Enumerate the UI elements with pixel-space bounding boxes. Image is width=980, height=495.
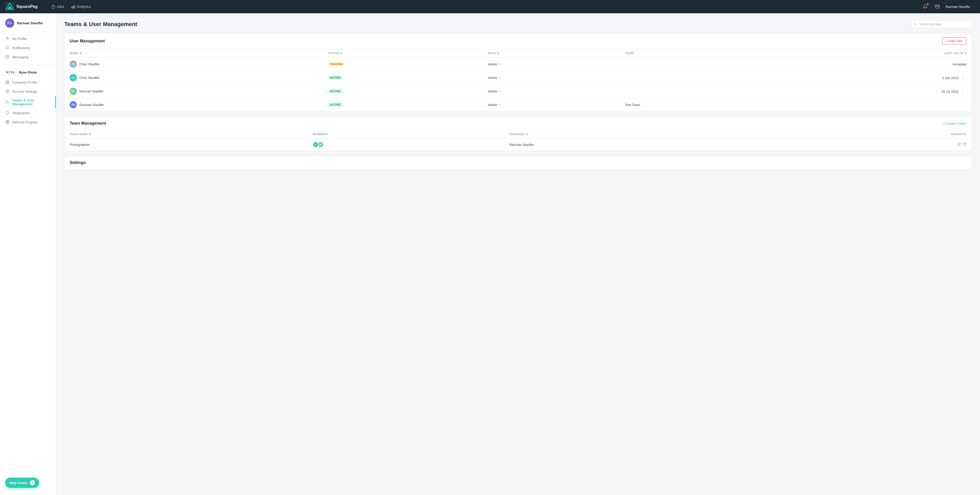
chevron-down-icon — [498, 103, 501, 106]
user-name: Rachael Stauffer — [80, 103, 104, 107]
sidebar-user: RS Rachael Stauffer — [0, 18, 56, 32]
role-select[interactable]: Admin — [488, 62, 615, 66]
bar-chart-icon — [71, 5, 75, 9]
user-name-cell: CS Chris Stauffer — [65, 57, 323, 71]
sidebar-item-referral-program[interactable]: Referral Program — [0, 118, 56, 127]
sidebar-item-integrations[interactable]: Integrations — [0, 108, 56, 118]
nav-analytics[interactable]: Analytics — [68, 3, 94, 10]
svg-rect-12 — [6, 83, 7, 84]
circle-arrows-icon — [5, 110, 10, 115]
user-name-cell: CS Chris Stauffer — [65, 71, 323, 85]
user-status-cell: ACTIVE — [323, 71, 483, 85]
svg-point-8 — [6, 37, 8, 38]
user-role-cell: Admin — [483, 85, 620, 98]
col-role: ROLE ⇅ — [483, 49, 620, 57]
sort-icon-status[interactable]: ⇅ — [340, 52, 342, 55]
help-center-button[interactable]: Help Center ? — [5, 477, 39, 488]
svg-rect-3 — [52, 6, 55, 8]
table-header-row: NAME ⇅ STATUS ⇅ ROLE ⇅ TEAM — [65, 49, 972, 57]
user-menu[interactable]: Rachael Stauffer — [945, 5, 975, 9]
sidebar-item-my-profile[interactable]: My Profile — [0, 34, 56, 43]
sidebar-item-messaging[interactable]: Messaging — [0, 53, 56, 62]
help-icon: ? — [30, 480, 35, 485]
messages-button[interactable] — [933, 3, 942, 11]
notification-badge — [927, 3, 929, 5]
svg-rect-4 — [74, 5, 75, 8]
col-team-name: TEAM NAME ⇅ — [65, 130, 307, 139]
user-lastlogin-cell: 2 Oct 2023 ⋮ — [767, 71, 972, 85]
col-members: MEMBERS — [307, 130, 504, 139]
table-row: Photographer CNS Rachael Stauffer — [65, 139, 972, 151]
team-management-card: Team Management + Create a Team TEAM NAM… — [64, 117, 972, 151]
sidebar-item-teams-user-management[interactable]: Teams & User Management — [0, 96, 56, 108]
sidebar-item-notifications[interactable]: Notifications — [0, 43, 56, 53]
col-team: TEAM — [620, 49, 767, 57]
svg-rect-2 — [8, 6, 11, 9]
message-icon[interactable] — [963, 142, 966, 147]
nav-jobs[interactable]: Jobs — [48, 3, 67, 10]
more-button[interactable]: ⋮ — [959, 88, 966, 94]
search-input[interactable] — [919, 22, 969, 26]
user-avatar: CS — [70, 74, 77, 81]
sidebar-company: RYSE Ryse Photo — [0, 68, 56, 78]
grid-icon — [5, 80, 10, 85]
gear-icon — [5, 89, 10, 94]
settings-card: Settings — [64, 156, 972, 169]
help-label: Help Center — [9, 481, 28, 485]
user-role-cell: Admin — [483, 98, 620, 112]
svg-rect-11 — [8, 81, 9, 82]
sidebar: RS Rachael Stauffer My Profile Notificat… — [0, 13, 56, 495]
notifications-button[interactable] — [921, 3, 929, 11]
col-manager-2: MANAGER — [773, 130, 972, 139]
sort-icon-role[interactable]: ⇅ — [497, 52, 499, 55]
sort-icon-manager[interactable]: ⇅ — [526, 133, 528, 136]
sidebar-item-account-settings[interactable]: Account Settings — [0, 87, 56, 96]
user-avatar: RS — [70, 101, 77, 108]
user-team-cell: Test Team — [620, 98, 767, 112]
user-management-card: User Management + Add User NAME ⇅ STATUS… — [64, 33, 972, 112]
table-row: CS Chris Stauffer PENDING Admin Accepted — [65, 57, 972, 71]
user-status-cell: ACTIVE — [323, 85, 483, 98]
main-content: Teams & User Management User Management … — [56, 13, 980, 495]
sidebar-item-company-profile[interactable]: Company Profile — [0, 78, 56, 87]
user-name-cell: NS Norman Stauffer — [65, 85, 323, 98]
settings-title: Settings — [65, 156, 972, 169]
more-button[interactable]: ⋮ — [959, 75, 966, 81]
team-management-title: Team Management — [70, 121, 106, 126]
teams-table: TEAM NAME ⇅ MEMBERS MANAGER ⇅ MANAGER — [65, 130, 972, 151]
sort-icon-name[interactable]: ⇅ — [80, 52, 82, 55]
bell-sidebar-icon — [5, 45, 10, 50]
user-role-cell: Admin — [483, 57, 620, 71]
svg-rect-5 — [73, 6, 73, 8]
sidebar-company-section: RYSE Ryse Photo Company Profile Account … — [0, 65, 56, 127]
team-management-header: Team Management + Create a Team — [65, 117, 972, 130]
sort-icon-login[interactable]: ⇅ — [964, 52, 967, 55]
sort-icon-team-name[interactable]: ⇅ — [89, 133, 91, 136]
svg-point-15 — [6, 101, 7, 102]
page-title: Teams & User Management — [64, 21, 137, 27]
user-name: Chris Stauffer — [80, 76, 100, 80]
user-management-header: User Management + Add User — [65, 33, 972, 49]
bell-icon — [923, 4, 928, 9]
edit-icon[interactable] — [957, 142, 961, 147]
team-actions-cell — [773, 139, 972, 151]
role-select[interactable]: Admin — [488, 76, 615, 80]
add-user-button[interactable]: + Add User — [942, 37, 966, 45]
logo[interactable]: SquarePeg — [5, 2, 43, 11]
create-team-button[interactable]: + Create a Team — [942, 121, 966, 125]
topnav-right: Rachael Stauffer — [921, 3, 975, 11]
user-name-cell: RS Rachael Stauffer — [65, 98, 323, 112]
svg-rect-6 — [72, 7, 72, 8]
user-name: Chris Stauffer — [80, 62, 100, 66]
role-select[interactable]: Admin — [488, 103, 615, 107]
col-manager-1: MANAGER ⇅ — [504, 130, 774, 139]
chevron-down-icon — [972, 5, 975, 8]
last-login-value: 2 Oct 2023 — [942, 76, 959, 80]
search-icon — [914, 22, 917, 26]
sidebar-username: Rachael Stauffer — [17, 21, 43, 25]
role-select[interactable]: Admin — [488, 89, 615, 93]
chevron-down-icon — [498, 62, 501, 65]
team-icon — [5, 100, 10, 104]
search-box[interactable] — [911, 21, 972, 28]
team-name-cell: Photographer — [65, 139, 307, 151]
